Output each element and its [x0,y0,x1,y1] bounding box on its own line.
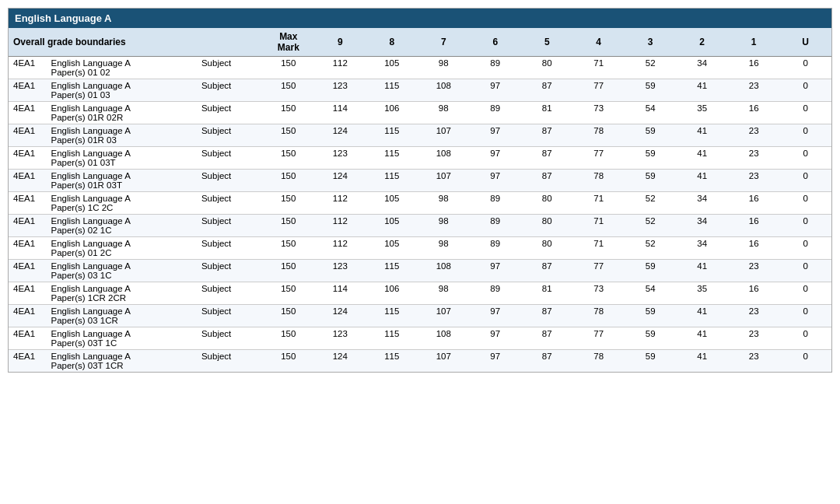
row-type: Subject [197,305,263,327]
row-subject: English Language APaper(s) 02 1C [47,215,197,237]
row-g3: 59 [625,350,676,373]
row-g2: 34 [676,192,727,215]
row-g1: 16 [728,192,779,215]
row-g8: 105 [366,57,418,79]
row-subject: English Language APaper(s) 01 02 [47,57,197,79]
row-g4: 78 [572,170,624,192]
grade-boundaries-table: English Language A Overall grade boundar… [8,8,832,373]
row-g8: 106 [366,102,418,124]
row-g1: 16 [728,237,779,260]
row-g8: 115 [366,350,418,373]
row-g7: 98 [418,102,469,124]
row-g4: 78 [572,124,624,147]
row-code: 4EA1 [9,102,47,124]
table-title: English Language A [9,9,831,28]
row-type: Subject [197,57,263,79]
row-g9: 123 [314,79,366,102]
row-g3: 59 [625,327,676,350]
row-gU: 0 [779,215,831,237]
row-type: Subject [197,237,263,260]
row-g2: 35 [676,102,727,124]
row-maxmark: 150 [263,57,314,79]
row-g7: 107 [418,350,469,373]
header-row: Overall grade boundaries Max Mark 9 8 7 … [9,28,831,57]
row-code: 4EA1 [9,237,47,260]
row-g2: 41 [676,170,727,192]
row-g6: 89 [470,215,521,237]
row-g2: 34 [676,237,727,260]
row-g5: 80 [521,215,572,237]
row-g5: 87 [521,305,572,327]
row-g6: 89 [470,192,521,215]
row-g6: 97 [470,170,521,192]
row-g5: 87 [521,327,572,350]
table-row: 4EA1 English Language APaper(s) 01R 02R … [9,102,831,124]
row-g2: 41 [676,260,727,282]
row-code: 4EA1 [9,260,47,282]
row-g9: 112 [314,237,366,260]
row-g6: 89 [470,282,521,305]
row-g8: 115 [366,147,418,170]
row-gU: 0 [779,327,831,350]
row-g7: 98 [418,57,469,79]
table-row: 4EA1 English Language APaper(s) 1C 2C Su… [9,192,831,215]
row-maxmark: 150 [263,305,314,327]
row-g9: 124 [314,124,366,147]
row-g2: 34 [676,215,727,237]
row-g9: 124 [314,305,366,327]
row-gU: 0 [779,237,831,260]
row-subject: English Language APaper(s) 01 03T [47,147,197,170]
row-g5: 87 [521,350,572,373]
row-g8: 115 [366,327,418,350]
row-code: 4EA1 [9,57,47,79]
row-code: 4EA1 [9,215,47,237]
row-g7: 107 [418,124,469,147]
row-g5: 87 [521,79,572,102]
header-g7: 7 [418,28,469,57]
row-code: 4EA1 [9,79,47,102]
row-g2: 41 [676,305,727,327]
row-g3: 52 [625,215,676,237]
row-g4: 77 [572,79,624,102]
row-g9: 123 [314,260,366,282]
row-g2: 41 [676,124,727,147]
row-maxmark: 150 [263,260,314,282]
row-subject: English Language APaper(s) 01 03 [47,79,197,102]
table-row: 4EA1 English Language APaper(s) 01 02 Su… [9,57,831,79]
row-g7: 108 [418,327,469,350]
row-maxmark: 150 [263,215,314,237]
row-type: Subject [197,282,263,305]
row-g3: 59 [625,170,676,192]
row-g3: 59 [625,305,676,327]
row-g2: 34 [676,57,727,79]
row-maxmark: 150 [263,350,314,373]
row-subject: English Language APaper(s) 01R 03T [47,170,197,192]
row-g3: 52 [625,237,676,260]
table-row: 4EA1 English Language APaper(s) 01 03T S… [9,147,831,170]
row-g8: 115 [366,79,418,102]
row-subject: English Language APaper(s) 1CR 2CR [47,282,197,305]
table-row: 4EA1 English Language APaper(s) 01R 03T … [9,170,831,192]
row-type: Subject [197,170,263,192]
row-maxmark: 150 [263,170,314,192]
row-g8: 115 [366,260,418,282]
row-gU: 0 [779,124,831,147]
row-subject: English Language APaper(s) 1C 2C [47,192,197,215]
row-code: 4EA1 [9,305,47,327]
row-g8: 115 [366,170,418,192]
row-g9: 123 [314,327,366,350]
row-maxmark: 150 [263,124,314,147]
row-g1: 23 [728,170,779,192]
row-g1: 16 [728,57,779,79]
row-g2: 41 [676,147,727,170]
row-g1: 23 [728,124,779,147]
row-g8: 106 [366,282,418,305]
row-code: 4EA1 [9,350,47,373]
row-g1: 23 [728,305,779,327]
row-g9: 114 [314,282,366,305]
row-type: Subject [197,350,263,373]
row-g5: 87 [521,147,572,170]
row-g6: 97 [470,79,521,102]
row-type: Subject [197,327,263,350]
row-g3: 54 [625,102,676,124]
